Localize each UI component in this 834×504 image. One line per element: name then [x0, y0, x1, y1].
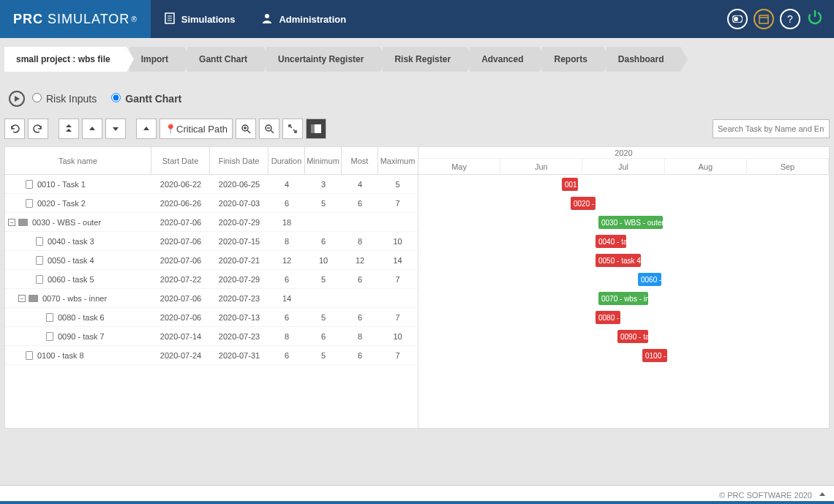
document-icon: [46, 313, 53, 322]
col-task-name[interactable]: Task name: [5, 147, 151, 174]
document-icon: [36, 275, 43, 284]
gantt-bar[interactable]: 0070 - wbs - in: [598, 292, 648, 305]
tab-import[interactable]: Import: [129, 47, 184, 72]
col-start-date[interactable]: Start Date: [151, 147, 210, 174]
zoom-out-button[interactable]: [259, 119, 279, 139]
tab-small-project-wbs-file[interactable]: small project : wbs file: [4, 47, 127, 72]
svg-line-16: [271, 130, 274, 133]
table-row[interactable]: 0080 - task 62020-07-062020-07-136567: [5, 308, 418, 327]
nav-simulations[interactable]: Simulations: [151, 0, 249, 38]
scroll-top-icon[interactable]: [818, 490, 827, 500]
table-row[interactable]: −0030 - WBS - outer2020-07-062020-07-291…: [5, 213, 418, 232]
table-row[interactable]: 0040 - task 32020-07-062020-07-1586810: [5, 232, 418, 251]
table-row[interactable]: 0050 - task 42020-07-062020-07-211210121…: [5, 251, 418, 270]
tab-risk-register[interactable]: Risk Register: [383, 47, 467, 72]
svg-line-12: [247, 130, 250, 133]
cell-start: 2020-07-06: [151, 237, 210, 246]
cell-max: 5: [378, 180, 417, 189]
cell-dur: 18: [268, 218, 305, 227]
cell-finish: 2020-07-03: [210, 199, 268, 208]
table-row[interactable]: 0020 - Task 22020-06-262020-07-036567: [5, 194, 418, 213]
gantt-bar[interactable]: 0100 -: [642, 349, 667, 362]
document-icon: [36, 256, 43, 265]
table-row[interactable]: 0100 - task 82020-07-242020-07-316567: [5, 346, 418, 365]
cell-start: 2020-06-26: [151, 199, 210, 208]
cell-max: 7: [378, 313, 417, 322]
power-icon[interactable]: [806, 8, 824, 31]
table-row[interactable]: 0060 - task 52020-07-222020-07-296567: [5, 270, 418, 289]
search-input[interactable]: [713, 119, 830, 138]
fit-button[interactable]: [282, 119, 303, 139]
gantt-bar[interactable]: 0090 - ta: [617, 330, 648, 343]
tab-reports[interactable]: Reports: [542, 47, 603, 72]
folder-icon: [18, 219, 28, 226]
cell-dur: 6: [268, 199, 305, 208]
cell-max: 7: [378, 351, 417, 360]
cell-dur: 12: [268, 256, 305, 265]
zoom-in-button[interactable]: [236, 119, 256, 139]
undo-button[interactable]: [4, 119, 25, 139]
gantt-bar[interactable]: 0060 -: [638, 273, 661, 286]
expand-icon[interactable]: −: [18, 295, 26, 302]
help-icon[interactable]: ?: [780, 9, 800, 29]
cell-dur: 8: [268, 237, 305, 246]
task-name-label: 0080 - task 6: [58, 313, 105, 322]
expand-down-button[interactable]: [105, 119, 126, 139]
task-name-label: 0090 - task 7: [58, 332, 105, 341]
cell-most: 6: [342, 313, 378, 322]
expand-icon[interactable]: −: [8, 219, 15, 226]
toggle-icon[interactable]: [727, 9, 748, 29]
gantt-chart-panel: 2020 MayJunJulAugSep 0010020 -0030 - WBS…: [418, 147, 829, 428]
document-icon: [26, 351, 33, 360]
gantt-bar[interactable]: 001: [562, 178, 578, 191]
col-maximum[interactable]: Maximum: [378, 147, 417, 174]
tab-advanced[interactable]: Advanced: [470, 47, 539, 72]
cell-max: 7: [378, 199, 417, 208]
col-most[interactable]: Most: [342, 147, 378, 174]
task-name-label: 0020 - Task 2: [37, 199, 86, 208]
tab-uncertainty-register[interactable]: Uncertainty Register: [266, 47, 380, 72]
gantt-bars-area[interactable]: 0010020 -0030 - WBS - outer0040 - ta0050…: [418, 175, 829, 424]
gantt-toolbar: 📍Critical Path: [4, 119, 830, 139]
cell-finish: 2020-07-15: [210, 237, 268, 246]
col-minimum[interactable]: Minimum: [305, 147, 342, 174]
gantt-bar[interactable]: 0020 -: [571, 197, 596, 210]
collapse-all-button[interactable]: [59, 119, 79, 139]
document-icon: [36, 237, 43, 246]
cell-most: 4: [342, 180, 378, 189]
svg-point-6: [734, 17, 738, 21]
cell-max: 10: [378, 237, 417, 246]
tab-dashboard[interactable]: Dashboard: [606, 47, 680, 72]
document-icon: [46, 332, 53, 341]
calendar-icon[interactable]: [754, 9, 774, 29]
nav-administration[interactable]: Administration: [248, 0, 359, 38]
redo-button[interactable]: [28, 119, 48, 139]
gantt-bar[interactable]: 0080 -: [596, 311, 620, 324]
critical-path-button[interactable]: 📍Critical Path: [159, 119, 233, 139]
cell-min: 5: [305, 199, 342, 208]
col-finish-date[interactable]: Finish Date: [210, 147, 268, 174]
table-row[interactable]: −0070 - wbs - inner2020-07-062020-07-231…: [5, 289, 418, 308]
expand-up-button[interactable]: [82, 119, 102, 139]
gantt-bar[interactable]: 0030 - WBS - outer: [598, 216, 663, 229]
task-name-label: 0070 - wbs - inner: [42, 294, 107, 303]
cell-start: 2020-07-06: [151, 313, 210, 322]
document-icon: [26, 180, 33, 189]
scroll-up-button[interactable]: [136, 119, 157, 139]
tab-gantt-chart[interactable]: Gantt Chart: [187, 47, 263, 72]
radio-gantt-chart[interactable]: Gantt Chart: [111, 93, 181, 105]
gantt-bar[interactable]: 0040 - ta: [596, 235, 626, 248]
topbar-right: ?: [727, 8, 834, 31]
col-duration[interactable]: Duration: [268, 147, 305, 174]
view-mode-row: Risk Inputs Gantt Chart: [4, 85, 830, 113]
table-row[interactable]: 0010 - Task 12020-06-222020-06-254345: [5, 175, 418, 194]
cell-finish: 2020-07-31: [210, 351, 268, 360]
radio-risk-inputs[interactable]: Risk Inputs: [32, 93, 97, 105]
toggle-panel-button[interactable]: [306, 119, 326, 139]
cell-most: 6: [342, 275, 378, 284]
cell-dur: 4: [268, 180, 305, 189]
gantt-bar[interactable]: 0050 - task 4: [596, 254, 641, 267]
play-icon[interactable]: [9, 91, 25, 107]
cell-finish: 2020-07-23: [210, 332, 268, 341]
table-row[interactable]: 0090 - task 72020-07-142020-07-2386810: [5, 327, 418, 346]
